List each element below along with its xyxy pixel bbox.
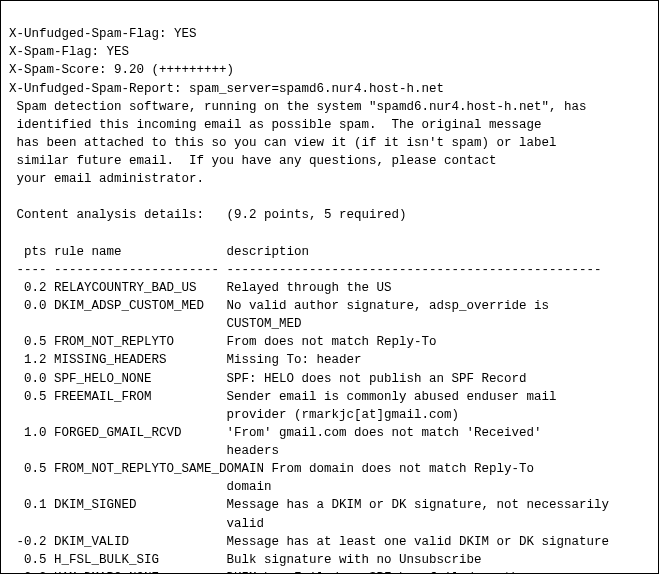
report-body-line: similar future email. If you have any qu… bbox=[9, 154, 497, 168]
rule-row-cont: provider (rmarkjc[at]gmail.com) bbox=[9, 408, 459, 422]
rule-row: 0.5 H_FSL_BULK_SIG Bulk signature with n… bbox=[9, 553, 482, 567]
column-rule: ---- ---------------------- ------------… bbox=[9, 263, 602, 277]
column-header: pts rule name description bbox=[9, 245, 309, 259]
rule-row-cont: domain bbox=[9, 480, 272, 494]
rule-row: 0.5 FROM_NOT_REPLYTO From does not match… bbox=[9, 335, 437, 349]
rule-row: 0.0 DKIM_ADSP_CUSTOM_MED No valid author… bbox=[9, 299, 549, 313]
email-headers-page: X-Unfudged-Spam-Flag: YES X-Spam-Flag: Y… bbox=[0, 0, 659, 574]
header-report: X-Unfudged-Spam-Report: spam_server=spam… bbox=[9, 82, 444, 96]
rule-row: 0.0 SPF_HELO_NONE SPF: HELO does not pub… bbox=[9, 372, 527, 386]
header-spam-flag: X-Spam-Flag: YES bbox=[9, 45, 129, 59]
rule-row: 0.5 FREEMAIL_FROM Sender email is common… bbox=[9, 390, 557, 404]
report-body-line: has been attached to this so you can vie… bbox=[9, 136, 557, 150]
report-body-line: identified this incoming email as possib… bbox=[9, 118, 542, 132]
rule-row-cont: headers bbox=[9, 444, 279, 458]
rule-row: 1.0 FORGED_GMAIL_RCVD 'From' gmail.com d… bbox=[9, 426, 542, 440]
rule-row: 1.2 MISSING_HEADERS Missing To: header bbox=[9, 353, 362, 367]
rule-row: 0.2 RELAYCOUNTRY_BAD_US Relayed through … bbox=[9, 281, 392, 295]
rule-row-cont: CUSTOM_MED bbox=[9, 317, 302, 331]
header-unfudged-spam-flag: X-Unfudged-Spam-Flag: YES bbox=[9, 27, 197, 41]
rule-row: 0.5 FROM_NOT_REPLYTO_SAME_DOMAIN From do… bbox=[9, 462, 534, 476]
rule-row: 0.1 DKIM_SIGNED Message has a DKIM or DK… bbox=[9, 498, 609, 512]
header-spam-score: X-Spam-Score: 9.20 (+++++++++) bbox=[9, 63, 234, 77]
rule-row: -0.2 DKIM_VALID Message has at least one… bbox=[9, 535, 609, 549]
rule-row-cont: valid bbox=[9, 517, 264, 531]
analysis-header: Content analysis details: (9.2 points, 5… bbox=[9, 208, 407, 222]
report-body-line: Spam detection software, running on the … bbox=[9, 100, 587, 114]
report-body-line: your email administrator. bbox=[9, 172, 204, 186]
